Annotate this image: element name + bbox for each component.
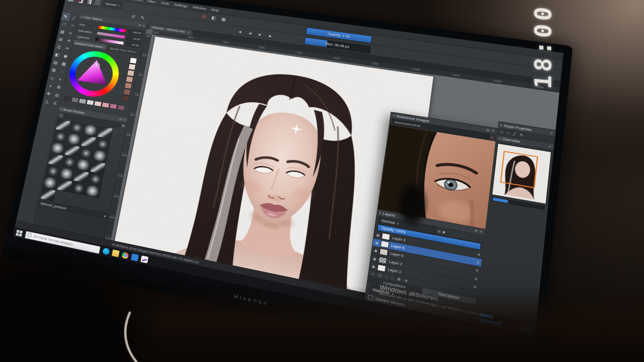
lightness-label: Lightness [76, 35, 94, 41]
delete-layer-icon[interactable]: ✕ [405, 278, 408, 282]
detach-icon[interactable]: ⊞ [119, 117, 122, 121]
menu-icon[interactable]: ☰ [121, 124, 125, 127]
alpha-icon[interactable]: α [475, 268, 478, 272]
menu-help[interactable]: Help [211, 8, 219, 12]
move-layer-down-icon[interactable]: ↓ [391, 276, 393, 280]
collapse-icon: ▾ [500, 123, 503, 127]
detach-icon[interactable]: ⊞ [138, 23, 141, 27]
stabilizer-distance-value: 3.0 [527, 322, 532, 327]
layer-thumbnail [379, 248, 388, 256]
ellipse-icon[interactable]: ○ [507, 131, 510, 135]
chevron-down-icon: ▾ [392, 292, 394, 296]
right-docker-group: ▾ Reference Images ⊞ ✕ dka9U9uBiHa3k30 ✕ [364, 112, 555, 336]
stabilizer-delay-value: 10 px [522, 327, 532, 332]
collapse-icon: ▾ [393, 114, 395, 118]
brush-preset[interactable] [85, 184, 101, 198]
advanced-color-selector [59, 45, 141, 118]
skip-back-icon[interactable]: ◀ [235, 28, 245, 35]
overview-thumbnail[interactable] [492, 143, 551, 204]
line-icon[interactable]: ╱ [513, 132, 516, 136]
alpha-lock-icon[interactable]: α [438, 229, 440, 233]
brush-preset[interactable] [57, 179, 73, 193]
monitor-brand-logo: Hisense [233, 293, 270, 307]
eye-icon[interactable]: ◉ [372, 264, 376, 268]
menu-settings[interactable]: Settings [174, 3, 188, 8]
next-frame-icon[interactable]: ▶ [256, 30, 265, 38]
cable [115, 310, 160, 362]
stabilize-sensors-checkbox[interactable]: ✓ [368, 295, 373, 301]
mirror-icon[interactable]: ◧ [209, 14, 218, 22]
close-icon[interactable]: ✕ [479, 230, 483, 234]
eye-icon[interactable]: ◉ [374, 249, 378, 253]
close-icon[interactable]: ✕ [491, 129, 495, 133]
start-button[interactable] [15, 229, 23, 237]
search-icon [59, 113, 62, 117]
stabilizer-value: Stabilizer [372, 287, 390, 296]
layer-thumbnail [377, 264, 386, 272]
pen-icon[interactable]: ✎ [520, 133, 523, 137]
pattern-chip[interactable] [94, 0, 102, 6]
close-icon[interactable]: ✕ [187, 31, 190, 34]
alpha-icon[interactable]: α [476, 260, 479, 264]
alpha-icon[interactable]: α [477, 252, 480, 256]
search-icon [27, 233, 32, 238]
chevron-down-icon: ▾ [104, 214, 106, 218]
eye-icon[interactable]: ◉ [373, 257, 377, 261]
collapse-icon: ▾ [80, 15, 83, 19]
menu-filter[interactable]: Filter [147, 0, 156, 4]
fg-bg-color-swatch[interactable] [75, 0, 84, 4]
lightness-value[interactable]: 87.00 [125, 41, 141, 48]
move-layer-up-icon[interactable]: ↑ [385, 275, 388, 279]
overview-title: Overview [502, 137, 520, 144]
alpha-icon[interactable]: α [474, 285, 476, 289]
rectangle-icon[interactable]: □ [501, 130, 504, 134]
alpha-icon[interactable]: α [474, 276, 477, 280]
eye-icon[interactable]: ◉ [376, 233, 380, 237]
layer-thumbnail [381, 233, 390, 241]
brush-preset-chip[interactable] [67, 0, 74, 2]
blending-mode-dropdown[interactable]: Normal ▾ [102, 0, 123, 9]
detach-icon[interactable]: ⊞ [487, 128, 490, 132]
lock-icon[interactable]: ■ [442, 230, 445, 234]
dice-random-icon[interactable]: ⚄ [199, 13, 208, 21]
pattern-icon[interactable]: ▦ [219, 16, 228, 23]
chevron-down-icon: ▾ [118, 4, 120, 7]
foreground-object [395, 179, 429, 229]
layer-properties-icon[interactable]: ⚙ [397, 277, 401, 281]
close-icon[interactable]: ✕ [549, 131, 553, 135]
duplicate-layer-icon[interactable]: ❏ [378, 273, 382, 277]
brush-preset[interactable] [71, 181, 87, 195]
close-icon[interactable]: ✕ [142, 24, 145, 27]
layer-thumbnail [380, 240, 389, 248]
menu-select[interactable]: Select [132, 0, 143, 2]
menu-tools[interactable]: Tools [160, 1, 170, 6]
layer-thumbnail [378, 256, 387, 264]
add-layer-icon[interactable]: + [372, 272, 374, 276]
photo-timestamp: 18:00 [503, 0, 584, 93]
brush-preset[interactable] [40, 188, 56, 202]
detach-icon[interactable]: ⊞ [474, 229, 478, 233]
prev-frame-icon[interactable]: ◀ [246, 29, 255, 37]
gradient-chip[interactable] [85, 0, 93, 5]
pen-settings-icon[interactable]: ✎ [138, 14, 147, 22]
skip-forward-icon[interactable]: ▶ [266, 32, 275, 40]
remove-reference-icon[interactable]: ✕ [491, 135, 494, 139]
eye-icon[interactable]: ◉ [375, 241, 379, 245]
blending-mode-value: Normal [105, 2, 117, 7]
collapse-icon: ▾ [60, 107, 62, 111]
collapse-icon: ▾ [379, 211, 382, 215]
layer-blending-value: Normal [381, 218, 395, 225]
close-icon[interactable]: ✕ [123, 118, 126, 122]
collapse-icon: ▾ [499, 136, 501, 140]
close-icon[interactable]: ✕ [548, 144, 552, 149]
menu-window[interactable]: Window [192, 5, 206, 11]
reload-icon[interactable]: ↺ [129, 13, 137, 21]
